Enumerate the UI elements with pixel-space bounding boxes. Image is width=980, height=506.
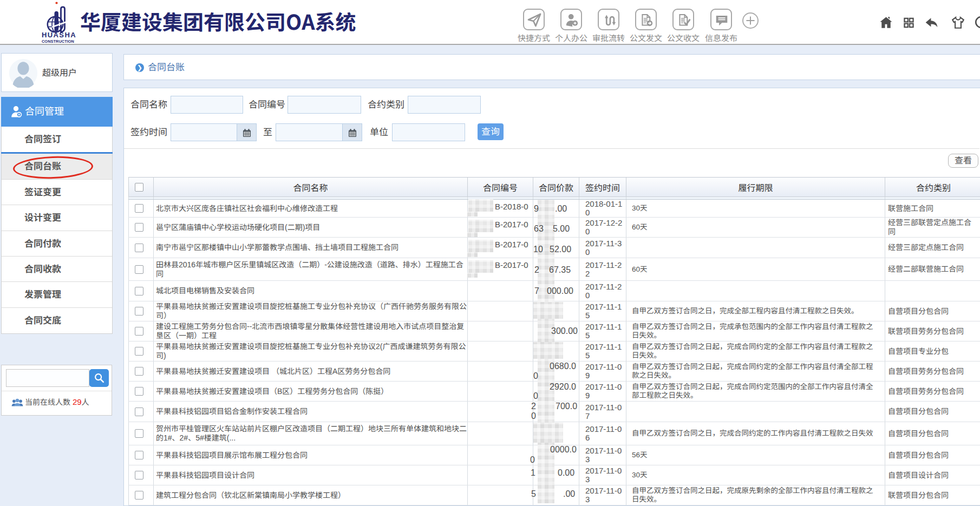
svg-text:HUASHA: HUASHA xyxy=(42,31,76,39)
svg-text:CONSTRUCTION: CONSTRUCTION xyxy=(42,39,74,44)
